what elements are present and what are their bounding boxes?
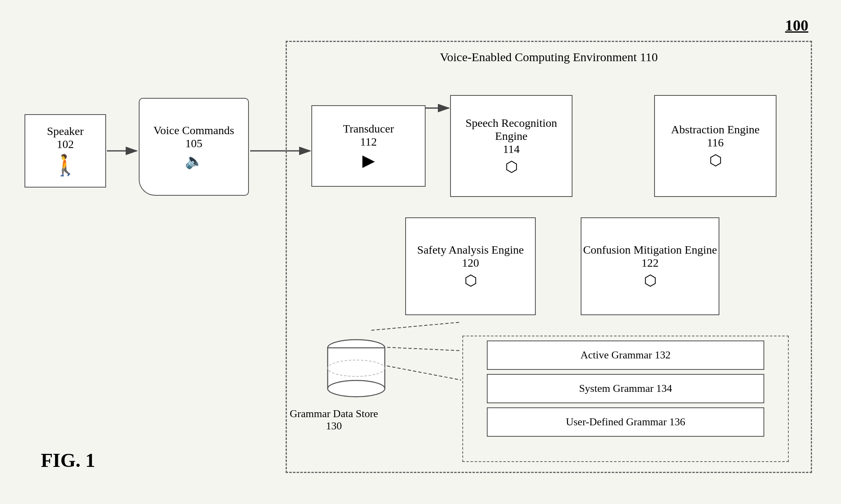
voice-commands-box: Voice Commands 105 🔈 <box>139 98 249 196</box>
transducer-label: Transducer <box>343 122 394 135</box>
speech-rec-number: 114 <box>503 143 520 156</box>
abstraction-label: Abstraction Engine <box>671 123 760 136</box>
cube-icon-confusion: ⬡ <box>644 272 657 289</box>
transducer-box: Transducer 112 ▶ <box>311 105 426 187</box>
diagram-container: 100 Speaker 102 🚶 Voice Commands 105 🔈 V… <box>0 0 841 504</box>
svg-point-9 <box>328 380 385 397</box>
safety-label: Safety Analysis Engine <box>417 243 524 256</box>
figure-number: 100 <box>785 16 808 34</box>
speaker-label: Speaker <box>47 125 84 138</box>
play-icon: ▶ <box>362 151 375 170</box>
active-grammar-item: Active Grammar 132 <box>487 340 764 370</box>
speech-recognition-box: Speech Recognition Engine 114 ⬡ <box>450 95 573 197</box>
confusion-label: Confusion Mitigation Engine <box>583 243 717 256</box>
voice-commands-number: 105 <box>185 137 202 150</box>
confusion-mitigation-box: Confusion Mitigation Engine 122 ⬡ <box>581 217 719 315</box>
cube-icon-speech: ⬡ <box>505 158 518 175</box>
speech-rec-label: Speech Recognition Engine <box>451 117 572 143</box>
transducer-number: 112 <box>360 135 377 148</box>
user-defined-grammar-item: User-Defined Grammar 136 <box>487 407 764 437</box>
abstraction-engine-box: Abstraction Engine 116 ⬡ <box>654 95 777 197</box>
speaker-box: Speaker 102 🚶 <box>24 114 106 188</box>
grammar-datastore-container <box>320 336 393 402</box>
abstraction-number: 116 <box>707 136 724 149</box>
speaker-number: 102 <box>57 138 74 151</box>
voice-commands-label: Voice Commands <box>153 124 234 137</box>
cube-icon-abstraction: ⬡ <box>709 152 722 169</box>
database-icon <box>320 336 393 401</box>
cube-icon-safety: ⬡ <box>464 272 477 289</box>
grammar-list-box: Active Grammar 132 System Grammar 134 Us… <box>462 336 789 462</box>
environment-label: Voice-Enabled Computing Environment 110 <box>440 50 658 64</box>
person-icon: 🚶 <box>53 153 78 177</box>
safety-number: 120 <box>462 256 479 270</box>
grammar-datastore-label: Grammar Data Store 130 <box>290 408 378 432</box>
fig-label: FIG. 1 <box>41 449 95 471</box>
safety-analysis-box: Safety Analysis Engine 120 ⬡ <box>405 217 536 315</box>
speaker-icon: 🔈 <box>185 153 203 170</box>
confusion-number: 122 <box>641 256 659 270</box>
system-grammar-item: System Grammar 134 <box>487 374 764 403</box>
